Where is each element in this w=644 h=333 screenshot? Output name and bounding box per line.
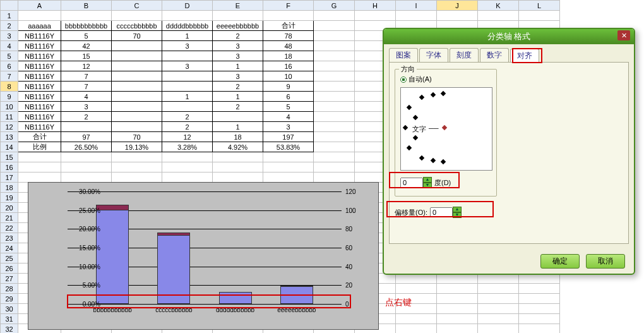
cell-E12[interactable]: 1 — [213, 122, 263, 132]
cell-D6[interactable]: 3 — [162, 61, 213, 71]
cell-F3[interactable]: 78 — [263, 31, 314, 41]
col-header-J[interactable]: J — [437, 1, 478, 11]
cell-E7[interactable]: 3 — [213, 71, 263, 82]
row-header-15[interactable]: 15 — [1, 152, 18, 162]
col-header-B[interactable]: B — [61, 1, 112, 11]
cell-B2[interactable]: bbbbbbbbbbb — [61, 21, 112, 31]
cell-D15[interactable] — [162, 152, 213, 162]
col-header-D[interactable]: D — [162, 1, 213, 11]
cancel-button[interactable]: 取消 — [586, 254, 625, 269]
cell-B1[interactable] — [61, 11, 112, 21]
bar-2[interactable] — [219, 292, 252, 304]
degree-up[interactable]: ▲ — [423, 177, 432, 183]
cell-G4[interactable] — [314, 41, 355, 51]
cell-K29[interactable] — [478, 294, 519, 304]
cell-G13[interactable] — [314, 132, 355, 142]
cell-F8[interactable]: 9 — [263, 82, 314, 92]
cell-G11[interactable] — [314, 112, 355, 122]
cell-K31[interactable] — [478, 314, 519, 324]
cell-I32[interactable] — [396, 324, 437, 334]
cell-B5[interactable]: 15 — [61, 51, 112, 61]
cell-F13[interactable]: 197 — [263, 132, 314, 142]
cell-G5[interactable] — [314, 51, 355, 61]
cell-B17[interactable] — [61, 173, 112, 183]
cell-E2[interactable]: eeeeebbbbbb — [213, 21, 263, 31]
cell-G17[interactable] — [314, 173, 355, 183]
row-header-21[interactable]: 21 — [1, 213, 18, 223]
cell-K30[interactable] — [478, 304, 519, 314]
cell-E16[interactable] — [213, 162, 263, 173]
cell-C12[interactable] — [112, 122, 162, 132]
cell-B3[interactable]: 5 — [61, 31, 112, 41]
row-header-7[interactable]: 7 — [1, 71, 18, 82]
cell-D10[interactable] — [162, 102, 213, 112]
cell-D5[interactable] — [162, 51, 213, 61]
cell-E3[interactable]: 2 — [213, 31, 263, 41]
cell-B10[interactable]: 3 — [61, 102, 112, 112]
cell-D16[interactable] — [162, 162, 213, 173]
offset-down[interactable]: ▼ — [453, 212, 462, 218]
row-header-20[interactable]: 20 — [1, 203, 18, 213]
col-header-F[interactable]: F — [263, 1, 314, 11]
cell-E6[interactable]: 1 — [213, 61, 263, 71]
cell-K32[interactable] — [478, 324, 519, 334]
cell-A10[interactable]: NB1116Y — [18, 102, 61, 112]
cell-A14[interactable]: 比例 — [18, 142, 61, 152]
cell-A7[interactable]: NB1116Y — [18, 71, 61, 82]
col-header-A[interactable]: A — [18, 1, 61, 11]
cell-C10[interactable] — [112, 102, 162, 112]
cell-C14[interactable]: 19.13% — [112, 142, 162, 152]
cell-G7[interactable] — [314, 71, 355, 82]
cell-E13[interactable]: 18 — [213, 132, 263, 142]
offset-up[interactable]: ▲ — [453, 207, 462, 212]
cell-J29[interactable] — [437, 294, 478, 304]
cell-E10[interactable]: 2 — [213, 102, 263, 112]
cell-G14[interactable] — [314, 142, 355, 152]
row-header-1[interactable]: 1 — [1, 11, 18, 21]
cell-A17[interactable] — [18, 173, 61, 183]
row-header-32[interactable]: 32 — [1, 324, 18, 334]
cell-A6[interactable]: NB1116Y — [18, 61, 61, 71]
cell-C5[interactable] — [112, 51, 162, 61]
cell-I1[interactable] — [396, 11, 437, 21]
row-header-17[interactable]: 17 — [1, 173, 18, 183]
cell-C8[interactable] — [112, 82, 162, 92]
cell-F17[interactable] — [263, 173, 314, 183]
cell-L28[interactable] — [519, 284, 560, 294]
tab-scale[interactable]: 刻度 — [450, 48, 479, 62]
cell-D12[interactable]: 2 — [162, 122, 213, 132]
corner-cell[interactable] — [1, 1, 18, 11]
cell-G3[interactable] — [314, 31, 355, 41]
cell-G2[interactable] — [314, 21, 355, 31]
cell-J1[interactable] — [437, 11, 478, 21]
cell-B11[interactable]: 2 — [61, 112, 112, 122]
cell-C3[interactable]: 70 — [112, 31, 162, 41]
col-header-L[interactable]: L — [519, 1, 560, 11]
row-header-29[interactable]: 29 — [1, 294, 18, 304]
cell-L32[interactable] — [519, 324, 560, 334]
cell-A5[interactable]: NB1116Y — [18, 51, 61, 61]
cell-G1[interactable] — [314, 11, 355, 21]
cell-C15[interactable] — [112, 152, 162, 162]
cell-C13[interactable]: 70 — [112, 132, 162, 142]
cell-K28[interactable] — [478, 284, 519, 294]
cell-C7[interactable] — [112, 71, 162, 82]
col-header-K[interactable]: K — [478, 1, 519, 11]
cell-A11[interactable]: NB1116Y — [18, 112, 61, 122]
cell-E5[interactable]: 3 — [213, 51, 263, 61]
cell-A1[interactable] — [18, 11, 61, 21]
row-header-11[interactable]: 11 — [1, 112, 18, 122]
cell-B7[interactable]: 7 — [61, 71, 112, 82]
cell-E17[interactable] — [213, 173, 263, 183]
cell-G6[interactable] — [314, 61, 355, 71]
bar-0[interactable] — [96, 205, 129, 304]
bar-1[interactable] — [157, 233, 190, 305]
row-header-6[interactable]: 6 — [1, 61, 18, 71]
row-header-25[interactable]: 25 — [1, 253, 18, 263]
cell-E4[interactable]: 3 — [213, 41, 263, 51]
cell-E1[interactable] — [213, 11, 263, 21]
cell-C17[interactable] — [112, 173, 162, 183]
cell-D13[interactable]: 12 — [162, 132, 213, 142]
cell-B14[interactable]: 26.50% — [61, 142, 112, 152]
row-header-12[interactable]: 12 — [1, 122, 18, 132]
